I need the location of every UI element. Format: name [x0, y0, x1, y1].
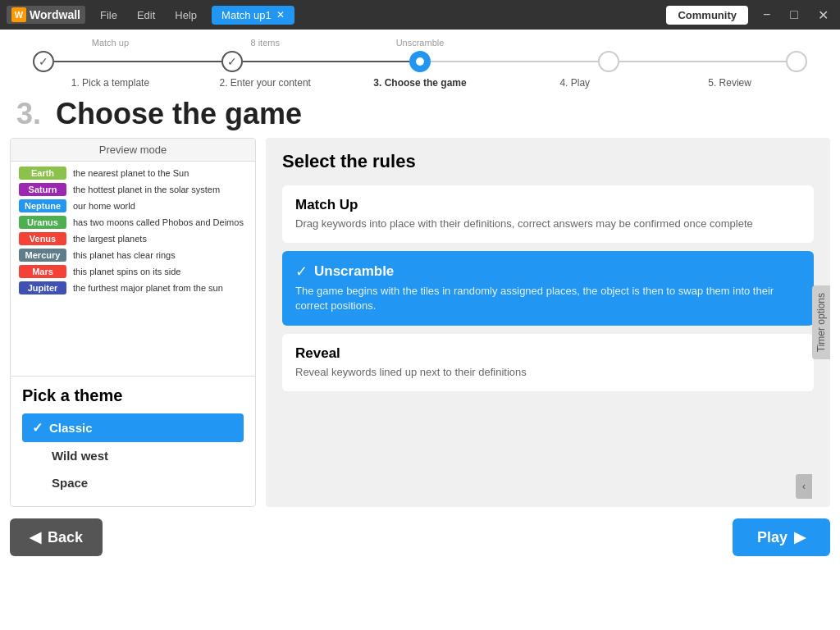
page-title: 3. Choose the game — [16, 97, 824, 131]
planet-desc: has two moons called Phobos and Deimos — [73, 217, 244, 227]
stepper-top-labels: Match up 8 items Unscramble — [33, 38, 807, 48]
theme-item-label: Classic — [49, 421, 93, 435]
step3-circle — [409, 51, 431, 72]
planet-desc: the largest planets — [73, 234, 147, 244]
theme-item-label: Wild west — [52, 449, 108, 463]
stepper-track: ✓ ✓ — [33, 51, 807, 72]
planet-desc: the furthest major planet from the sun — [73, 283, 223, 293]
step1-top-label: Match up — [33, 38, 188, 48]
rule-name: Unscramble — [314, 263, 394, 280]
planet-desc: this planet has clear rings — [73, 250, 176, 260]
planet-tag: Jupiter — [19, 281, 66, 294]
theme-section: Pick a theme ✓ClassicWild westSpace — [11, 377, 255, 506]
step-number: 3. — [16, 97, 41, 130]
planet-desc: our home world — [73, 201, 135, 211]
step4-top-label — [497, 38, 652, 48]
theme-item[interactable]: Wild west — [22, 442, 244, 469]
rule-check-icon: ✓ — [295, 262, 308, 281]
step3-top-label: Unscramble — [343, 38, 498, 48]
preview-row: Venus the largest planets — [19, 232, 247, 245]
step2-circle: ✓ — [221, 51, 243, 72]
step1-label: 1. Pick a template — [33, 77, 188, 89]
topbar: W Wordwall File Edit Help Match up1 ✕ Co… — [0, 0, 840, 30]
scroll-arrow[interactable]: ‹ — [796, 474, 812, 499]
preview-row: Earth the nearest planet to the Sun — [19, 167, 247, 180]
rule-card[interactable]: Match Up Drag keywords into place with t… — [282, 185, 814, 243]
rule-name: Match Up — [295, 197, 358, 213]
rule-desc: Drag keywords into place with their defi… — [295, 217, 801, 231]
planet-tag: Neptune — [19, 199, 66, 212]
planet-tag: Saturn — [19, 183, 66, 196]
logo-text: Wordwall — [30, 8, 80, 21]
menu-file[interactable]: File — [95, 7, 122, 23]
menu-help[interactable]: Help — [170, 7, 202, 23]
planet-desc: this planet spins on its side — [73, 267, 180, 276]
planet-tag: Venus — [19, 232, 66, 245]
preview-row: Jupiter the furthest major planet from t… — [19, 281, 247, 294]
main-content: Preview mode Earth the nearest planet to… — [0, 138, 840, 507]
step2-label: 2. Enter your content — [188, 77, 343, 89]
theme-title: Pick a theme — [22, 386, 244, 405]
step3-dot — [416, 57, 424, 66]
tab-label: Match up1 — [221, 9, 272, 21]
menu-edit[interactable]: Edit — [132, 7, 160, 23]
timer-options-label: Timer options — [815, 293, 827, 352]
step5-label: 5. Review — [652, 77, 807, 89]
stepper: Match up 8 items Unscramble ✓ ✓ 1. Pick … — [0, 30, 840, 89]
theme-check-icon: ✓ — [32, 420, 43, 436]
page-title-area: 3. Choose the game — [0, 89, 840, 138]
left-panel: Preview mode Earth the nearest planet to… — [10, 138, 256, 507]
back-label: Back — [48, 529, 83, 546]
play-label: Play — [757, 529, 788, 546]
line1 — [54, 61, 221, 62]
preview-row: Saturn the hottest planet in the solar s… — [19, 183, 247, 196]
rule-card-header: Match Up — [295, 197, 801, 213]
line4 — [619, 61, 787, 62]
theme-item[interactable]: Space — [22, 469, 244, 496]
logo[interactable]: W Wordwall — [7, 6, 85, 24]
rule-desc: Reveal keywords lined up next to their d… — [295, 365, 801, 380]
play-button[interactable]: Play ▶ — [733, 518, 830, 556]
planet-desc: the nearest planet to the Sun — [73, 168, 189, 178]
stepper-bottom-labels: 1. Pick a template 2. Enter your content… — [33, 77, 807, 89]
rule-card[interactable]: ✓ Unscramble The game begins with the ti… — [282, 251, 814, 325]
preview-row: Mercury this planet has clear rings — [19, 249, 247, 262]
preview-content: Earth the nearest planet to the Sun Satu… — [11, 162, 255, 376]
step2-top-label: 8 items — [188, 38, 343, 48]
minimize-button[interactable]: − — [758, 6, 775, 24]
active-tab[interactable]: Match up1 ✕ — [212, 6, 294, 25]
tab-close-icon[interactable]: ✕ — [276, 9, 285, 21]
step5-top-label — [652, 38, 807, 48]
right-panel: Select the rules Match Up Drag keywords … — [266, 138, 830, 507]
page-title-text: Choose the game — [56, 97, 302, 130]
planet-tag: Earth — [19, 167, 66, 180]
step4-circle — [598, 51, 619, 72]
back-button[interactable]: ◀ Back — [10, 518, 103, 556]
planet-tag: Uranus — [19, 216, 66, 229]
rule-card-header: Reveal — [295, 345, 801, 362]
close-button[interactable]: ✕ — [813, 6, 833, 25]
community-button[interactable]: Community — [666, 6, 748, 25]
rule-card[interactable]: Reveal Reveal keywords lined up next to … — [282, 334, 814, 391]
theme-item[interactable]: ✓Classic — [22, 413, 244, 442]
rule-name: Reveal — [295, 345, 340, 362]
step5-circle — [786, 51, 807, 72]
rules-title: Select the rules — [282, 151, 814, 172]
timer-options-sidebar[interactable]: Timer options — [812, 285, 830, 359]
planet-tag: Mars — [19, 265, 66, 278]
rule-card-header: ✓ Unscramble — [295, 262, 801, 281]
preview-row: Mars this planet spins on its side — [19, 265, 247, 278]
logo-icon: W — [11, 7, 26, 22]
preview-header: Preview mode — [11, 139, 255, 162]
rule-desc: The game begins with the tiles in random… — [295, 284, 801, 313]
maximize-button[interactable]: □ — [785, 6, 803, 24]
step4-label: 4. Play — [497, 77, 652, 89]
planet-desc: the hottest planet in the solar system — [73, 185, 220, 194]
theme-item-label: Space — [52, 476, 88, 490]
step2-check: ✓ — [227, 55, 237, 68]
planet-tag: Mercury — [19, 249, 66, 262]
step3-label: 3. Choose the game — [343, 77, 498, 89]
back-arrow-icon: ◀ — [30, 528, 41, 546]
play-arrow-icon: ▶ — [794, 528, 806, 546]
line2 — [243, 61, 410, 62]
